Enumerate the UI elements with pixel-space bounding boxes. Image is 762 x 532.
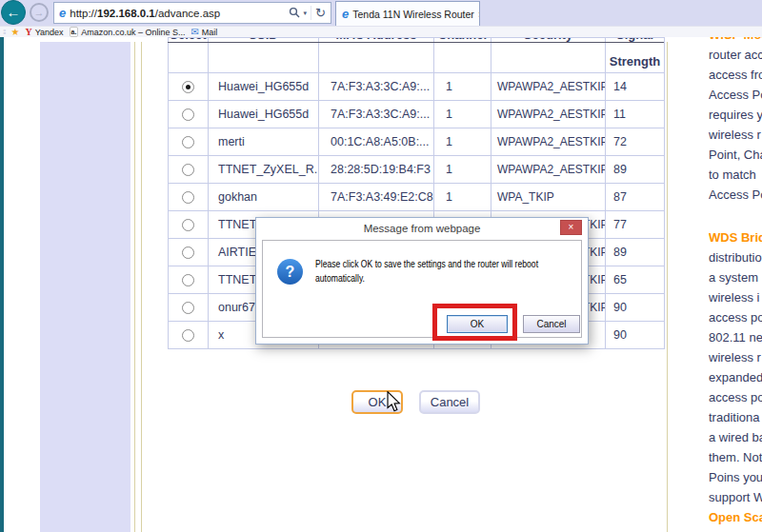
help-line: access fro bbox=[709, 65, 762, 85]
channel-cell: 1 bbox=[434, 128, 491, 156]
page-content: Select SSID MAC Address Channel Security… bbox=[4, 37, 762, 532]
signal-cell: 90 bbox=[606, 322, 665, 349]
red-annotation-box bbox=[432, 304, 517, 341]
channel-cell: 1 bbox=[434, 184, 491, 211]
ssid-cell: gokhan bbox=[209, 184, 319, 211]
tab-title: Tenda 11N Wireless Router bbox=[352, 9, 474, 20]
help-line: a wired ba bbox=[709, 427, 762, 447]
favorite-mail[interactable]: ✉ Mail bbox=[190, 28, 217, 37]
browser-window: ← → e http://192.168.0.1/advance.asp ▾ ↻… bbox=[0, 0, 762, 532]
signal-cell: 77 bbox=[606, 211, 665, 239]
mac-cell: 7A:F3:A3:3C:A9:... bbox=[319, 73, 434, 101]
forward-arrow-icon: → bbox=[34, 7, 45, 18]
select-radio[interactable] bbox=[182, 274, 194, 286]
help-line: wireless r bbox=[709, 125, 762, 145]
forward-button[interactable]: → bbox=[30, 3, 49, 22]
dialog-message: Please click OK to save the settings and… bbox=[315, 257, 585, 286]
table-row: Huawei_HG655d 7A:F3:A3:3C:A9:... 1 WPAWP… bbox=[169, 73, 665, 101]
select-radio[interactable] bbox=[182, 81, 194, 93]
help-line: support W bbox=[709, 487, 762, 507]
select-radio[interactable] bbox=[182, 191, 194, 204]
select-radio[interactable] bbox=[182, 219, 194, 231]
back-arrow-icon: ← bbox=[7, 4, 21, 20]
help-line: to match bbox=[709, 165, 762, 185]
tab-tenda-router[interactable]: e Tenda 11N Wireless Router × bbox=[335, 1, 480, 26]
table-top-rule bbox=[168, 42, 664, 43]
help-panel-divider bbox=[667, 42, 668, 532]
favorite-amazon[interactable]: a. Amazon.co.uk – Online S... bbox=[70, 27, 186, 37]
address-bar[interactable]: e http://192.168.0.1/advance.asp ▾ ↻ bbox=[53, 2, 331, 24]
favorites-star-icon[interactable]: ★ bbox=[10, 28, 19, 37]
security-cell: WPAWPA2_AESTKIP bbox=[491, 128, 606, 156]
favorite-yandex-label: Yandex bbox=[35, 28, 64, 37]
mouse-cursor-icon bbox=[386, 391, 402, 416]
address-bar-divider bbox=[311, 6, 311, 20]
back-button[interactable]: ← bbox=[1, 0, 26, 25]
help-heading-wds: WDS Brid bbox=[709, 227, 762, 247]
help-line: router acc bbox=[709, 45, 762, 65]
toolbar-grip-icon: ⁞⁞ bbox=[3, 28, 5, 36]
help-line: Access Po bbox=[709, 185, 762, 205]
help-line: Access Po bbox=[709, 85, 762, 105]
url-text: http://192.168.0.1/advance.asp bbox=[70, 8, 284, 19]
refresh-icon[interactable]: ↻ bbox=[315, 6, 326, 20]
signal-cell: 90 bbox=[606, 294, 665, 322]
search-dropdown-caret-icon[interactable]: ▾ bbox=[304, 10, 308, 17]
header-security: Security bbox=[491, 38, 606, 73]
table-row: gokhan 7A:F3:A3:49:E2:C8 1 WPA_TKIP 87 bbox=[169, 184, 665, 211]
help-line: access po bbox=[709, 307, 762, 327]
favorite-yandex[interactable]: Y Yandex bbox=[25, 27, 63, 37]
help-line: wireless i bbox=[709, 287, 762, 307]
select-radio[interactable] bbox=[182, 108, 194, 121]
table-header-row: Select SSID MAC Address Channel Security… bbox=[169, 38, 665, 73]
signal-cell: 89 bbox=[606, 239, 665, 266]
select-radio[interactable] bbox=[182, 164, 194, 176]
ssid-cell: Huawei_HG655d bbox=[209, 101, 319, 128]
select-radio[interactable] bbox=[182, 136, 194, 148]
help-line: distributio bbox=[709, 247, 762, 267]
help-line: traditiona bbox=[709, 407, 762, 427]
security-cell: WPA_TKIP bbox=[491, 184, 606, 211]
search-icon[interactable] bbox=[289, 5, 300, 22]
help-line: 802.11 ne bbox=[709, 327, 762, 347]
security-cell: WPAWPA2_AESTKIP bbox=[491, 156, 606, 184]
header-mac: MAC Address bbox=[319, 38, 434, 73]
sidebar-block bbox=[40, 42, 130, 532]
ssid-cell: TTNET_ZyXEL_R... bbox=[209, 156, 319, 184]
signal-cell: 65 bbox=[606, 266, 665, 294]
layout-divider bbox=[134, 42, 135, 532]
select-radio[interactable] bbox=[182, 246, 194, 259]
help-line: Point, Cha bbox=[709, 145, 762, 165]
channel-cell: 1 bbox=[434, 101, 491, 128]
yandex-icon: Y bbox=[25, 27, 31, 37]
page-favicon-icon: e bbox=[59, 7, 66, 19]
table-row: merti 00:1C:A8:A5:0B:... 1 WPAWPA2_AESTK… bbox=[169, 128, 665, 156]
dialog-title: Message from webpage bbox=[256, 218, 588, 239]
favorite-amazon-label: Amazon.co.uk – Online S... bbox=[81, 28, 185, 37]
mac-cell: 28:28:5D:19:B4:F3 bbox=[319, 156, 434, 184]
signal-cell: 87 bbox=[606, 184, 665, 211]
help-line: to display bbox=[709, 527, 762, 532]
help-line: access po bbox=[709, 387, 762, 407]
page-cancel-button[interactable]: Cancel bbox=[419, 390, 480, 414]
browser-toolbar: ← → e http://192.168.0.1/advance.asp ▾ ↻… bbox=[0, 0, 762, 26]
select-radio[interactable] bbox=[182, 329, 194, 342]
help-line: a system bbox=[709, 267, 762, 287]
mail-envelope-icon: ✉ bbox=[190, 28, 198, 37]
help-line: them. Not bbox=[709, 447, 762, 467]
select-radio[interactable] bbox=[182, 302, 194, 314]
table-row: TTNET_ZyXEL_R... 28:28:5D:19:B4:F3 1 WPA… bbox=[169, 156, 665, 184]
mac-cell: 7A:F3:A3:3C:A9:... bbox=[319, 101, 434, 128]
signal-cell: 72 bbox=[606, 128, 665, 156]
tab-close-icon[interactable]: × bbox=[478, 9, 480, 20]
help-heading-wisp: WISP Mod bbox=[709, 37, 762, 45]
channel-cell: 1 bbox=[434, 156, 491, 184]
signal-cell: 89 bbox=[606, 156, 665, 184]
dialog-cancel-button[interactable]: Cancel bbox=[523, 315, 580, 333]
dialog-close-icon[interactable]: × bbox=[560, 220, 582, 235]
layout-divider bbox=[141, 42, 142, 532]
security-cell: WPAWPA2_AESTKIP bbox=[491, 101, 606, 128]
header-select: Select bbox=[169, 38, 209, 73]
message-dialog: Message from webpage × ? Please click OK… bbox=[255, 217, 589, 345]
help-line: wireless r bbox=[709, 347, 762, 367]
